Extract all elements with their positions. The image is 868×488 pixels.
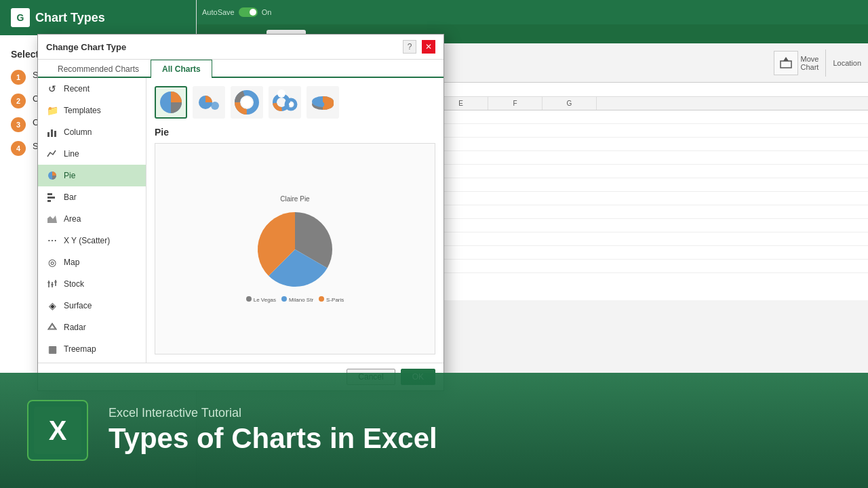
- step-circle-1: 1: [11, 70, 26, 85]
- bottom-subtitle: Excel Interactive Tutorial: [108, 406, 437, 420]
- left-panel-title: Chart Types: [35, 11, 105, 25]
- svg-point-31: [277, 89, 285, 98]
- chart-type-bar[interactable]: Bar: [38, 186, 146, 208]
- donut-subtype-2[interactable]: [269, 86, 301, 119]
- close-dialog-button[interactable]: ✕: [422, 40, 435, 54]
- stock-icon: [46, 278, 58, 290]
- chart-type-templates-label: Templates: [64, 106, 101, 115]
- pie-3d-subtype[interactable]: [307, 86, 339, 119]
- chart-type-line-label: Line: [64, 149, 79, 159]
- svg-rect-6: [47, 193, 52, 195]
- chart-type-surface-label: Surface: [64, 301, 92, 310]
- excel-logo-small: G: [11, 8, 30, 27]
- col-F: F: [488, 97, 542, 110]
- pie-svg-wrapper: [155, 205, 435, 293]
- pie-icon: [46, 169, 58, 182]
- chart-type-treemap[interactable]: ▦ Treemap: [38, 338, 146, 360]
- chart-type-recent[interactable]: ↺ Recent: [38, 78, 146, 100]
- chart-type-area[interactable]: Area: [38, 208, 146, 230]
- chart-type-scatter[interactable]: ⋯ X Y (Scatter): [38, 230, 146, 251]
- chart-subtypes: [155, 86, 435, 119]
- chart-preview-panel: Pie Claire Pie: [146, 78, 443, 363]
- tab-recommended-charts[interactable]: Recommended Charts: [46, 60, 151, 78]
- autosave-area: AutoSave On: [202, 7, 271, 17]
- bottom-text: Excel Interactive Tutorial Types of Char…: [108, 406, 437, 454]
- donut-subtype-1[interactable]: [231, 86, 263, 119]
- svg-rect-4: [54, 131, 56, 137]
- excel-logo-big: X: [27, 400, 88, 461]
- svg-rect-0: [781, 61, 791, 68]
- move-chart-label: Move: [801, 55, 819, 63]
- excel-ribbon: AutoSave On: [197, 0, 868, 24]
- chart-type-list: ↺ Recent 📁 Templates Column: [38, 78, 146, 363]
- bar-icon: [46, 191, 58, 203]
- logo-letter: G: [17, 12, 24, 23]
- svg-rect-7: [47, 197, 55, 199]
- chart-type-stock-label: Stock: [64, 279, 84, 289]
- chart-type-line[interactable]: Line: [38, 143, 146, 165]
- map-icon: ◎: [46, 256, 58, 268]
- move-chart-area: Move Chart Location: [774, 49, 862, 77]
- tab-all-charts[interactable]: All Charts: [151, 60, 212, 78]
- chart-type-recent-label: Recent: [64, 84, 90, 94]
- column-icon: [46, 126, 58, 138]
- chart-type-stock[interactable]: Stock: [38, 273, 146, 295]
- chart-type-sunburst[interactable]: ☀ Sunburst: [38, 360, 146, 363]
- pie-chart-preview: Claire Pie: [155, 195, 435, 303]
- svg-marker-9: [47, 216, 57, 223]
- step-circle-2: 2: [11, 94, 26, 108]
- legend-item-1: Le Vegas: [246, 296, 276, 303]
- chart-type-radar[interactable]: Radar: [38, 317, 146, 338]
- autosave-on-label: On: [262, 8, 272, 16]
- svg-point-28: [241, 97, 252, 108]
- area-icon: [46, 213, 58, 225]
- divider: [825, 49, 826, 77]
- dialog-body: ↺ Recent 📁 Templates Column: [38, 78, 443, 363]
- chart-type-map-label: Map: [64, 258, 79, 267]
- svg-rect-3: [51, 129, 53, 137]
- svg-rect-8: [47, 200, 51, 202]
- step-circle-4: 4: [11, 141, 26, 156]
- change-chart-type-dialog[interactable]: Change Chart Type ? ✕ Recommended Charts…: [37, 34, 444, 391]
- pie-legend: Le Vegas Milano Str S-Paris: [155, 296, 435, 303]
- treemap-icon: ▦: [46, 343, 58, 355]
- selected-chart-type-name: Pie: [155, 127, 435, 138]
- chart-type-treemap-label: Treemap: [64, 344, 96, 354]
- dialog-controls: ? ✕: [403, 40, 435, 54]
- legend-item-3: S-Paris: [319, 296, 344, 303]
- chart-type-column-label: Column: [64, 127, 92, 137]
- left-panel-header: G Chart Types: [0, 0, 196, 35]
- chart-type-pie[interactable]: Pie: [38, 165, 146, 186]
- autosave-label: AutoSave: [202, 8, 235, 16]
- move-chart-icon: [774, 51, 798, 75]
- chart-type-templates[interactable]: 📁 Templates: [38, 100, 146, 121]
- chart-type-area-label: Area: [64, 214, 81, 224]
- svg-marker-1: [783, 57, 789, 61]
- svg-rect-2: [47, 132, 50, 137]
- chart-type-surface[interactable]: ◈ Surface: [38, 295, 146, 317]
- autosave-toggle[interactable]: [239, 7, 258, 17]
- chart-type-map[interactable]: ◎ Map: [38, 251, 146, 273]
- legend-item-2: Milano Str: [281, 296, 313, 303]
- dialog-title: Change Chart Type: [46, 42, 126, 52]
- pie-subtype-1[interactable]: [155, 86, 187, 119]
- chart-type-bar-label: Bar: [64, 192, 77, 202]
- chart-type-scatter-label: X Y (Scatter): [64, 236, 110, 245]
- excel-x-letter: X: [49, 415, 67, 446]
- bottom-main-title: Types of Charts in Excel: [108, 423, 437, 454]
- location-label: Location: [833, 59, 861, 67]
- scatter-icon: ⋯: [46, 235, 58, 247]
- pie-preview-title: Claire Pie: [155, 195, 435, 203]
- templates-icon: 📁: [46, 104, 58, 117]
- chart-type-pie-label: Pie: [64, 171, 75, 180]
- move-chart-label2: Chart: [801, 63, 819, 71]
- pie-subtype-2[interactable]: [193, 86, 225, 119]
- svg-point-33: [289, 102, 293, 106]
- surface-icon: ◈: [46, 300, 58, 312]
- toggle-knob: [250, 9, 256, 16]
- chart-type-column[interactable]: Column: [38, 121, 146, 143]
- help-button[interactable]: ?: [403, 40, 416, 54]
- bottom-overlay: X Excel Interactive Tutorial Types of Ch…: [0, 373, 868, 488]
- excel-logo-inner: X: [34, 407, 81, 454]
- dialog-titlebar: Change Chart Type ? ✕: [38, 35, 443, 60]
